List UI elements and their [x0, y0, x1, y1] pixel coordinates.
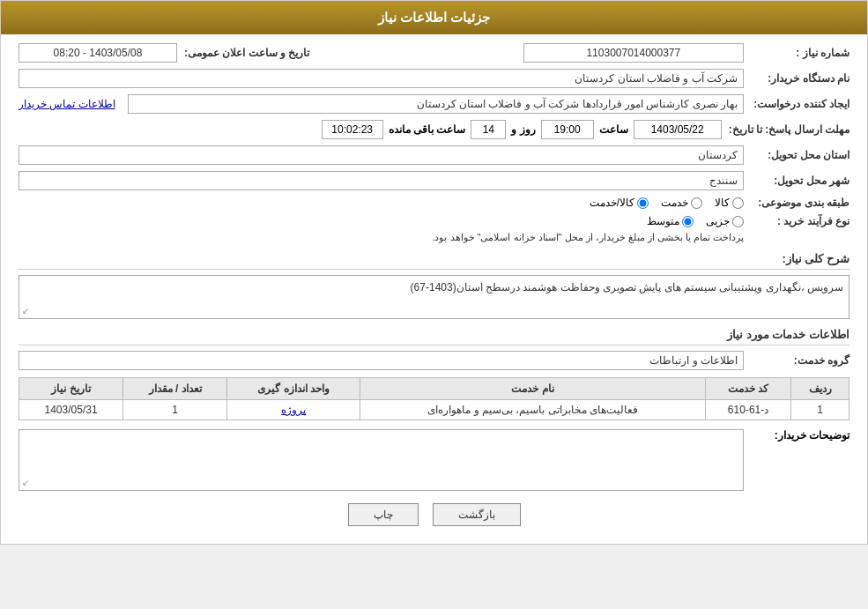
deadline-days: 14 [471, 120, 506, 139]
deadline-time-label: ساعت [599, 123, 628, 136]
province-label: استان محل تحویل: [744, 149, 849, 161]
buyer-name-label: نام دستگاه خریدار: [744, 72, 849, 85]
col-header-name: نام خدمت [360, 378, 706, 400]
process-note: پرداخت تمام یا بخشی از مبلغ خریدار، از م… [19, 232, 744, 243]
deadline-day-label: روز و [511, 123, 535, 136]
buyer-name-value: شرکت آب و فاضلاب استان کردستان [19, 69, 744, 88]
cell-date: 1403/05/31 [19, 400, 123, 420]
table-header-row: ردیف کد خدمت نام خدمت واحد اندازه گیری ت… [19, 378, 849, 400]
table-body: 1 د-61-610 فعالیت‌های مخابراتی باسیم، بی… [19, 400, 849, 420]
deadline-time-row: 1403/05/22 ساعت 19:00 روز و 14 ساعت باقی… [19, 120, 722, 139]
main-container: جزئیات اطلاعات نیاز شماره نیاز : 1103007… [0, 0, 868, 545]
radio-kala-khedmat-label: کالا/خدمت [590, 197, 634, 209]
col-header-code: کد خدمت [706, 378, 791, 400]
announce-date-label: تاریخ و ساعت اعلان عمومی: [177, 47, 315, 59]
row-category: طبقه بندی موضوعی: کالا خدمت کالا/خدمت [19, 197, 849, 209]
radio-kala-label: کالا [715, 197, 730, 209]
radio-kala-khedmat-input[interactable] [637, 197, 649, 209]
need-description-section-header: شرح کلی نیاز: [19, 252, 849, 270]
radio-khedmat-input[interactable] [691, 197, 702, 209]
process-label: نوع فرآیند خرید : [744, 215, 849, 227]
process-options-area: جزیی متوسط پرداخت تمام یا بخشی از مبلغ خ… [19, 215, 744, 243]
radio-mottavaset[interactable]: متوسط [647, 215, 694, 227]
radio-mottavaset-label: متوسط [647, 215, 679, 227]
creator-group: بهار نصری کارشناس امور قراردادها شرکت آب… [19, 94, 744, 114]
services-section: اطلاعات خدمات مورد نیاز گروه خدمت: اطلاع… [19, 328, 849, 491]
radio-khedmat[interactable]: خدمت [661, 197, 702, 209]
category-radio-group: کالا خدمت کالا/خدمت [19, 197, 744, 209]
radio-khedmat-label: خدمت [661, 197, 688, 209]
cell-unit[interactable]: پروژه [227, 400, 360, 420]
row-buyer-name: نام دستگاه خریدار: شرکت آب و فاضلاب استا… [19, 69, 849, 88]
radio-kala-khedmat[interactable]: کالا/خدمت [590, 197, 649, 209]
print-button[interactable]: چاپ [348, 503, 419, 526]
creator-value: بهار نصری کارشناس امور قراردادها شرکت آب… [128, 94, 744, 114]
deadline-time: 19:00 [541, 120, 594, 139]
row-city: شهر محل تحویل: سنندج [19, 171, 849, 190]
cell-qty: 1 [123, 400, 227, 420]
need-description-value: سرویس ،نگهداری وپشتیبانی سیستم های پایش … [19, 275, 849, 319]
col-header-qty: تعداد / مقدار [123, 378, 227, 400]
deadline-remaining-label: ساعت باقی مانده [389, 123, 466, 136]
province-value: کردستان [19, 145, 744, 165]
services-header: اطلاعات خدمات مورد نیاز [19, 328, 849, 345]
cell-row: 1 [791, 400, 849, 420]
creator-label: ایجاد کننده درخواست: [744, 98, 849, 110]
row-deadline: مهلت ارسال پاسخ: تا تاریخ: 1403/05/22 سا… [19, 120, 849, 139]
content-area: شماره نیاز : 1103007014000377 تاریخ و سا… [1, 34, 867, 544]
radio-jozi-label: جزیی [706, 215, 730, 227]
row-province: استان محل تحویل: کردستان [19, 145, 849, 165]
city-label: شهر محل تحویل: [744, 175, 849, 187]
need-number-value: 1103007014000377 [523, 43, 744, 63]
radio-mottavaset-input[interactable] [682, 216, 694, 227]
category-label: طبقه بندی موضوعی: [744, 197, 849, 209]
row-process-type: نوع فرآیند خرید : جزیی متوسط پرداخت تمام… [19, 215, 849, 243]
buyer-desc-box: ↙ [19, 429, 744, 491]
buyer-desc-label: توضیحات خریدار: [744, 429, 849, 442]
radio-kala[interactable]: کالا [715, 197, 744, 209]
cell-name: فعالیت‌های مخابراتی باسیم، بی‌سیم و ماهو… [360, 400, 706, 420]
buttons-row: بازگشت چاپ [19, 503, 849, 526]
table-row: 1 د-61-610 فعالیت‌های مخابراتی باسیم، بی… [19, 400, 849, 420]
page-title: جزئیات اطلاعات نیاز [378, 10, 490, 25]
need-number-label: شماره نیاز : [744, 47, 849, 59]
deadline-label: مهلت ارسال پاسخ: تا تاریخ: [722, 123, 849, 136]
service-group-label: گروه خدمت: [744, 354, 849, 367]
contact-link[interactable]: اطلاعات تماس خریدار [19, 98, 115, 110]
radio-jozi[interactable]: جزیی [706, 215, 744, 227]
col-header-unit: واحد اندازه گیری [227, 378, 360, 400]
table-head: ردیف کد خدمت نام خدمت واحد اندازه گیری ت… [19, 378, 849, 400]
page-header: جزئیات اطلاعات نیاز [1, 1, 867, 34]
deadline-date: 1403/05/22 [634, 120, 722, 139]
service-group-row: گروه خدمت: اطلاعات و ارتباطات [19, 351, 849, 370]
services-table: ردیف کد خدمت نام خدمت واحد اندازه گیری ت… [19, 377, 849, 420]
service-group-value: اطلاعات و ارتباطات [19, 351, 744, 370]
col-header-date: تاریخ نیاز [19, 378, 123, 400]
need-description-label: شرح کلی نیاز: [782, 252, 849, 265]
radio-kala-input[interactable] [732, 197, 744, 209]
col-header-row: ردیف [791, 378, 849, 400]
cell-code: د-61-610 [706, 400, 791, 420]
resize-arrow: ↙ [22, 306, 29, 316]
row-need-number: شماره نیاز : 1103007014000377 تاریخ و سا… [19, 43, 849, 63]
buyer-desc-resize-arrow: ↙ [22, 478, 29, 487]
back-button[interactable]: بازگشت [433, 503, 521, 526]
deadline-remaining: 10:02:23 [322, 120, 383, 139]
city-value: سنندج [19, 171, 744, 190]
process-radio-group: جزیی متوسط [19, 215, 744, 227]
radio-jozi-input[interactable] [732, 216, 744, 227]
announce-date-value: 1403/05/08 - 08:20 [19, 43, 177, 63]
need-description-container: سرویس ،نگهداری وپشتیبانی سیستم های پایش … [19, 275, 849, 319]
need-description-text: سرویس ،نگهداری وپشتیبانی سیستم های پایش … [411, 281, 843, 293]
row-creator: ایجاد کننده درخواست: بهار نصری کارشناس ا… [19, 94, 849, 114]
buyer-desc-row: توضیحات خریدار: ↙ [19, 429, 849, 491]
